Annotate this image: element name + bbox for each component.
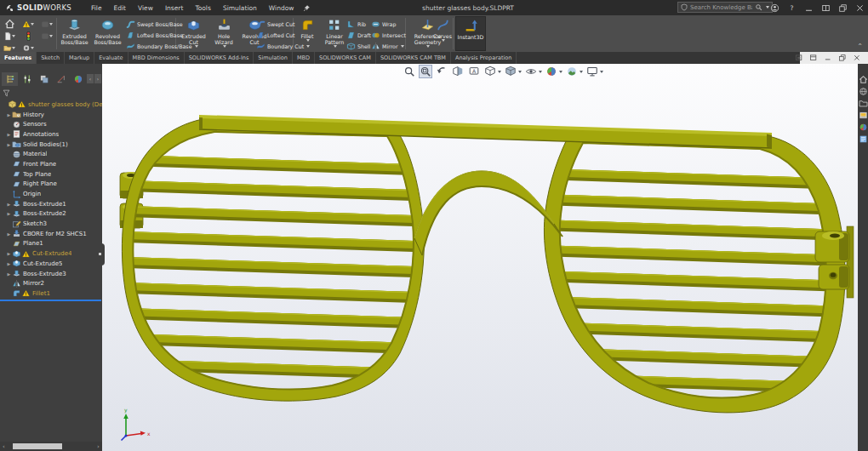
tree-item-sensors[interactable]: Sensors [0, 119, 102, 129]
tree-item-material-not-specified[interactable]: Material [0, 149, 102, 159]
panel-horizontal-scrollbar[interactable]: ‹ › [0, 442, 102, 451]
tab-solidworks-cam[interactable]: SOLIDWORKS CAM [315, 52, 376, 64]
panel-tab-propertymanager[interactable] [19, 72, 35, 86]
tab-sketch[interactable]: Sketch [37, 52, 65, 64]
solidworks-resources-tab[interactable] [859, 75, 868, 84]
search-scope-caret[interactable] [766, 6, 769, 9]
restore-doc-button[interactable] [838, 54, 847, 62]
scroll-right-arrow[interactable]: › [94, 443, 102, 450]
expand-arrow-icon[interactable]: ▶ [6, 251, 12, 256]
menu-tools[interactable]: Tools [189, 2, 216, 14]
instant3d-button[interactable]: Instant3D [455, 16, 486, 51]
tree-item-cbore-for-m2-shcs1[interactable]: ▶ CBORE for M2 SHCS1 [0, 229, 102, 239]
lofted-boss-button[interactable]: Lofted Boss/Base [126, 30, 183, 41]
view-settings-button[interactable] [585, 65, 599, 78]
previous-view-button[interactable] [435, 65, 448, 78]
view-palette-tab[interactable] [859, 111, 868, 120]
revolved-boss-button[interactable]: Revolved Boss/Base [91, 16, 124, 51]
tab-analysis-preparation[interactable]: Analysis Preparation [451, 52, 517, 64]
window-grid-button[interactable] [821, 3, 831, 13]
panel-tab-displaymanager[interactable] [70, 72, 86, 86]
tab-features[interactable]: Features [0, 52, 37, 64]
tree-item-cut-extrude4[interactable]: ▶ Cut-Extrude4 [0, 248, 102, 259]
collapse-ribbon-icon[interactable]: ⌃ [857, 44, 863, 49]
expand-arrow-icon[interactable]: ▶ [6, 132, 12, 137]
tree-item-cut-extrude5[interactable]: ▶ Cut-Extrude5 [0, 259, 102, 269]
traffic-light-button[interactable] [22, 30, 34, 42]
tab-evaluate[interactable]: Evaluate [94, 52, 128, 64]
custom-properties-tab[interactable] [859, 134, 868, 144]
minimize-button[interactable] [804, 3, 814, 13]
expand-arrow-icon[interactable]: ▶ [6, 142, 12, 147]
tree-item-boss-extrude1[interactable]: ▶ Boss-Extrude1 [0, 199, 102, 209]
view-settings-caret[interactable] [600, 71, 603, 73]
menu-file[interactable]: File [85, 2, 108, 14]
swept-boss-button[interactable]: Swept Boss/Base [126, 19, 183, 30]
tree-item-annotations[interactable]: ▶ Annotations [0, 129, 102, 140]
extruded-cut-button[interactable]: Extruded Cut [179, 16, 208, 51]
menu-simulation[interactable]: Simulation [217, 2, 263, 14]
section-view-button[interactable] [451, 65, 465, 78]
search-icon[interactable] [755, 3, 762, 11]
menu-window[interactable]: Window [263, 2, 300, 14]
tab-markup[interactable]: Markup [65, 52, 94, 64]
rollback-bar[interactable] [0, 300, 101, 301]
panel-tab-left-button[interactable]: ‹ [87, 74, 94, 83]
tab-solidworks-add-ins[interactable]: SOLIDWORKS Add-Ins [185, 52, 254, 64]
expand-arrow-icon[interactable]: ▶ [6, 112, 12, 117]
tree-item-top-plane[interactable]: Top Plane [0, 169, 102, 180]
wrap-button[interactable]: Wrap [371, 19, 396, 30]
tree-item-solid-bodies-1[interactable]: ▶ Solid Bodies(1) [0, 140, 102, 150]
panel-tab-dimxpertmanager[interactable] [53, 72, 69, 86]
hole-wizard-button[interactable]: Hole Wizard [209, 16, 238, 51]
tree-item-boss-extrude2[interactable]: ▶ Boss-Extrude2 [0, 209, 102, 220]
nose-bridge[interactable] [414, 171, 562, 255]
close-doc-button[interactable] [853, 54, 861, 62]
curves-button[interactable]: Curves [433, 16, 452, 51]
panel-tab-configurationmanager[interactable] [36, 72, 52, 86]
inactive-command-1-button[interactable] [41, 18, 53, 30]
linear-pattern-button[interactable]: Linear Pattern [320, 16, 349, 51]
shell-button[interactable]: Shell [346, 41, 370, 52]
display-style-button[interactable] [504, 65, 517, 78]
expand-arrow-icon[interactable]: ▶ [6, 211, 12, 216]
expand-arrow-icon[interactable]: ▶ [6, 231, 12, 237]
close-button[interactable] [855, 3, 865, 13]
edit-appearance-caret[interactable] [559, 71, 562, 73]
filter-funnel-icon[interactable] [2, 88, 11, 98]
zoom-to-fit-button[interactable] [403, 65, 416, 78]
inactive-command-2-button[interactable] [41, 30, 53, 42]
display-style-caret[interactable] [518, 71, 522, 73]
tree-item-sketch3[interactable]: Sketch3 [0, 219, 102, 229]
brow-bar[interactable] [199, 115, 772, 148]
mirror-feature-button[interactable]: Mirror [371, 41, 404, 52]
edit-appearance-button[interactable] [545, 65, 558, 78]
new-document-button[interactable] [3, 30, 15, 42]
dynamic-annotation-views-button[interactable]: A [467, 65, 481, 78]
rebuild-warning-button[interactable] [22, 18, 34, 30]
knowledge-base-search[interactable]: Search Knowledge Base [677, 2, 773, 13]
help-button[interactable]: ? [787, 3, 797, 13]
appearances-scenes-tab[interactable] [859, 123, 868, 132]
apply-scene-button[interactable] [565, 65, 579, 78]
apply-scene-caret[interactable] [580, 71, 583, 73]
zoom-to-area-button[interactable] [419, 65, 432, 78]
panel-tab-featuremanager-tree[interactable] [2, 72, 18, 86]
file-explorer-tab[interactable] [859, 99, 868, 108]
hide-show-items-caret[interactable] [539, 71, 542, 73]
scroll-left-arrow[interactable]: ‹ [0, 443, 8, 450]
tree-item-origin[interactable]: Origin [0, 189, 102, 199]
right-hinge[interactable] [815, 226, 854, 298]
design-library-tab[interactable] [859, 87, 868, 96]
intersect-button[interactable]: Intersect [371, 30, 406, 41]
panel-tab-right-button[interactable]: › [94, 74, 101, 83]
model-shutter-glasses[interactable]: y x [102, 64, 858, 451]
tree-item-plane1[interactable]: Plane1 [0, 239, 102, 249]
menu-view[interactable]: View [132, 2, 159, 14]
expand-arrow-icon[interactable]: ▶ [6, 202, 12, 207]
hide-show-items-button[interactable] [524, 65, 538, 78]
tab-simulation[interactable]: Simulation [254, 52, 293, 64]
menu-edit[interactable]: Edit [108, 2, 133, 14]
show-windows-button[interactable] [809, 54, 818, 62]
pin-menu-icon[interactable] [303, 4, 311, 12]
